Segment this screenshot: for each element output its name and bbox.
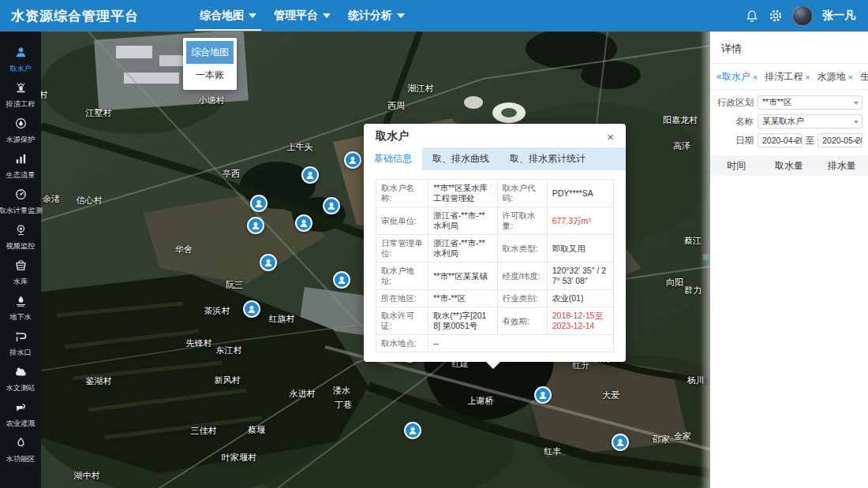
panel-filter-form: 行政区划 **市**区 名称 某某取水户 日期 2020-04-20 至 202… <box>710 90 868 147</box>
panel-tab-label: 水源地 <box>817 70 846 84</box>
dropdown-item-1[interactable]: 一本账 <box>186 64 234 87</box>
sidebar-item-label: 取水计量监测 <box>0 206 43 214</box>
sidebar-item-视频监控[interactable]: 视频监控 <box>0 218 41 254</box>
sidebar-item-label: 水源保护 <box>6 135 36 143</box>
info-value: 2018-12-15至 2023-12-14 <box>547 307 613 335</box>
sidebar-item-排水口[interactable]: 排水口 <box>0 325 41 360</box>
sidebar-item-取水户[interactable]: 取水户 <box>0 41 41 76</box>
info-value: **市**区某水库 工程管理处 <box>428 180 497 207</box>
modal-tab-1[interactable]: 取、排水曲线 <box>422 147 499 170</box>
nav-item-label: 统计分析 <box>348 9 392 23</box>
intake-user-marker-6[interactable] <box>260 254 277 271</box>
close-icon[interactable]: × <box>848 73 853 82</box>
intake-user-marker-11[interactable] <box>534 386 552 404</box>
map-place-label: 阳嘉龙村 <box>663 114 698 126</box>
modal-close-icon[interactable]: × <box>607 131 614 143</box>
intake-user-marker-4[interactable] <box>247 217 264 234</box>
intake-user-marker-1[interactable] <box>344 151 361 169</box>
sidebar-item-水功能区[interactable]: 水功能区 <box>0 431 41 467</box>
panel-tab-生态流[interactable]: 生态流 <box>860 70 868 84</box>
region-select[interactable]: **市**区 <box>758 95 862 110</box>
sidebar-item-水库[interactable]: 水库 <box>0 254 41 289</box>
intake-user-marker-13[interactable] <box>612 434 629 451</box>
intake-user-marker-3[interactable] <box>323 197 340 214</box>
close-icon[interactable]: × <box>753 73 758 82</box>
date-from-select[interactable]: 2020-04-20 <box>758 133 803 147</box>
sidebar-item-水源保护[interactable]: 水源保护 <box>0 112 41 147</box>
detail-panel: 详情 «取水户×排涝工程×水源地×生态流 行政区划 **市**区 名称 某某取水… <box>710 32 868 488</box>
map-place-label: 江墅村 <box>86 107 112 119</box>
info-value: PDY****SA <box>547 180 613 207</box>
close-icon[interactable]: × <box>805 73 810 82</box>
map-place-label: 华舍 <box>175 244 193 255</box>
panel-tab-取水户[interactable]: «取水户× <box>716 70 758 84</box>
panel-tabs: «取水户×排涝工程×水源地×生态流 <box>710 64 868 90</box>
date-to-select[interactable]: 2020-05-20 <box>817 133 862 147</box>
user-name[interactable]: 张一凡 <box>822 9 855 23</box>
sidebar-item-label: 水文测站 <box>6 383 36 391</box>
info-value: 农业(01) <box>547 290 613 307</box>
panel-tab-排涝工程[interactable]: 排涝工程× <box>765 70 810 84</box>
nav-item-2[interactable]: 统计分析 <box>342 0 411 32</box>
info-table-row: 取水许可证:取水(**)字[2018] 第0051号有效期:2018-12-15… <box>376 307 614 335</box>
map-place-label: 蔡堰 <box>248 424 265 436</box>
map-place-label: 阮三 <box>226 279 243 291</box>
user-icon <box>14 46 28 62</box>
info-label: 经度/纬度: <box>497 263 547 290</box>
sidebar-item-label: 农业灌溉 <box>6 419 36 427</box>
gear-icon[interactable] <box>769 9 783 23</box>
user-avatar[interactable] <box>792 6 813 26</box>
info-value: 浙江省-**市-** 水利局 <box>428 235 497 263</box>
sidebar-item-生态流量[interactable]: 生态流量 <box>0 147 41 183</box>
info-label: 取水户名称: <box>376 180 428 207</box>
panel-collapse-handle[interactable]: » <box>703 249 709 263</box>
map-place-label: 东江村 <box>216 345 242 356</box>
info-label: 所在地区: <box>376 290 428 307</box>
panel-tab-水源地[interactable]: 水源地× <box>817 70 853 84</box>
sidebar-item-label: 视频监控 <box>6 241 36 249</box>
intake-user-marker-2[interactable] <box>250 195 268 212</box>
info-table-row: 取水户名称:**市**区某水库 工程管理处取水户代码:PDY****SA <box>376 180 614 207</box>
map-place-label: 红旗村 <box>269 313 295 325</box>
nav-item-1[interactable]: 管理平台 <box>268 0 337 32</box>
map-place-label: 茶浜村 <box>204 305 230 317</box>
panel-title: 详情 <box>710 32 868 64</box>
sidebar-item-地下水[interactable]: 地下水 <box>0 289 41 325</box>
nav-item-0[interactable]: 综合地图 <box>193 0 263 32</box>
app: 水资源综合管理平台 综合地图管理平台统计分析 张一凡 综合地图一本账 取水户排涝… <box>0 0 868 488</box>
bell-icon[interactable] <box>745 9 759 23</box>
modal-tab-2[interactable]: 取、排水累计统计 <box>499 147 596 170</box>
chart-icon <box>14 152 28 169</box>
sidebar-item-取水计量监测[interactable]: 取水计量监测 <box>0 183 41 218</box>
map-place-label: 向阳 <box>666 277 683 289</box>
info-table-row: 所在地区:**市-**区行业类别:农业(01) <box>376 290 614 307</box>
info-value: -- <box>428 335 614 352</box>
intake-user-marker-0[interactable] <box>301 166 319 184</box>
map-area[interactable]: » 取水户 × 基础信息取、排水曲线取、排水累计统计 取水户名称:**市**区某… <box>41 32 710 488</box>
intake-user-modal: 取水户 × 基础信息取、排水曲线取、排水累计统计 取水户名称:**市**区某水库… <box>364 124 626 362</box>
intake-user-marker-12[interactable] <box>404 422 421 439</box>
dropdown-item-0[interactable]: 综合地图 <box>186 41 234 64</box>
top-header: 水资源综合管理平台 综合地图管理平台统计分析 张一凡 <box>0 0 868 32</box>
nav-item-label: 管理平台 <box>274 9 318 23</box>
map-place-label: 邵家 <box>653 434 670 445</box>
modal-tab-0[interactable]: 基础信息 <box>364 147 422 170</box>
sidebar-item-农业灌溉[interactable]: 农业灌溉 <box>0 396 41 431</box>
info-label: 取水户代码: <box>497 180 547 207</box>
map-place-label: 上牛头 <box>287 141 313 153</box>
info-value: 浙江省-**市-** 水利局 <box>428 207 497 235</box>
intake-user-marker-7[interactable] <box>333 271 350 289</box>
intake-user-marker-8[interactable] <box>243 300 260 318</box>
irrigation-icon <box>14 400 28 417</box>
sidebar-item-排涝工程[interactable]: 排涝工程 <box>0 76 41 112</box>
name-select[interactable]: 某某取水户 <box>758 114 862 129</box>
intake-user-info-table: 取水户名称:**市**区某水库 工程管理处取水户代码:PDY****SA审批单位… <box>376 179 614 352</box>
main-nav: 综合地图管理平台统计分析 <box>191 0 413 32</box>
shield-drop-icon <box>14 117 28 133</box>
sidebar-item-水文测站[interactable]: 水文测站 <box>0 360 41 396</box>
map-place-label: 群力 <box>684 285 702 296</box>
sidebar-item-label: 排水口 <box>9 348 32 356</box>
chevron-down-icon <box>397 13 405 18</box>
intake-user-marker-5[interactable] <box>295 214 312 232</box>
map-place-label: 叶家堰村 <box>222 452 256 464</box>
